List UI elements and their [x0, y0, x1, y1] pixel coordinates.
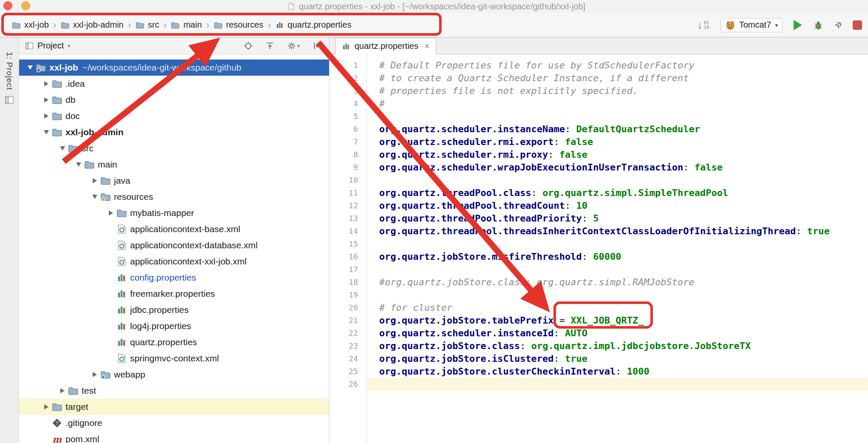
code-segment-val: 10 [576, 200, 588, 211]
tree-expand-toggle[interactable] [41, 404, 52, 409]
breadcrumb-item-xxl-job[interactable]: xxl-job [12, 20, 49, 30]
collapse-all-button[interactable] [265, 41, 275, 51]
tree-row-xxl-job-admin[interactable]: xxl-job-admin [19, 124, 329, 140]
breadcrumb-item-quartz-properties[interactable]: quartz.properties [275, 20, 352, 30]
code-line-12[interactable]: org.quartz.threadPool.threadCount: 10 [367, 199, 868, 212]
tree-row-mybatis-mapper[interactable]: mybatis-mapper [19, 205, 329, 221]
code-line-13[interactable]: org.quartz.threadPool.threadPriority: 5 [367, 212, 868, 225]
run-configuration-selector[interactable]: Tomcat7 ▾ [720, 18, 783, 32]
breadcrumb-item-src[interactable]: src [136, 20, 159, 30]
code-line-10[interactable] [367, 174, 868, 187]
line-number: 9 [329, 161, 366, 174]
breadcrumb-item-main[interactable]: main [171, 20, 201, 30]
breadcrumb-item-resources[interactable]: resources [214, 20, 264, 30]
hide-panel-button[interactable] [312, 41, 321, 51]
folder-icon [61, 21, 69, 29]
tree-row-applicationcontext-base-xml[interactable]: applicationcontext-base.xml [19, 221, 329, 237]
tree-row-quartz-properties[interactable]: quartz.properties [19, 334, 329, 350]
project-panel-header: Project ▾ ▾ [19, 37, 329, 54]
tree-item-label: xxl-job-admin [65, 127, 124, 137]
code-line-8[interactable]: org.quartz.scheduler.rmi.proxy: false [367, 148, 868, 161]
tree-expand-toggle[interactable] [41, 81, 52, 86]
tree-row-test[interactable]: test [19, 383, 329, 399]
close-tab-icon[interactable]: × [424, 42, 430, 51]
code-line-3[interactable]: # properties file is not explicitly spec… [367, 85, 868, 97]
code-line-22[interactable]: org.quartz.scheduler.instanceId: AUTO [367, 327, 868, 340]
folder-icon [171, 21, 179, 29]
folder-icon [68, 386, 78, 396]
debug-button[interactable] [813, 20, 823, 30]
code-line-5[interactable] [367, 110, 868, 123]
tree-expand-toggle[interactable] [89, 194, 100, 199]
tree-expand-toggle[interactable] [41, 97, 52, 102]
editor-tab-quartz-properties[interactable]: quartz.properties × [335, 38, 436, 54]
tree-row-applicationcontext-xxl-job-xml[interactable]: applicationcontext-xxl-job.xml [19, 253, 329, 270]
tree-row-db[interactable]: db [19, 92, 329, 108]
code-line-9[interactable]: org.quartz.scheduler.wrapJobExecutionInU… [367, 161, 868, 174]
tree-expand-toggle[interactable] [73, 162, 84, 167]
minimize-window-button[interactable] [21, 1, 30, 10]
coverage-button[interactable]: » [834, 20, 842, 30]
code-line-7[interactable]: org.quartz.scheduler.rmi.export: false [367, 136, 868, 148]
tree-item-label: main [98, 159, 117, 170]
editor-code[interactable]: # Default Properties file for use by Std… [367, 54, 868, 443]
tree-row-jdbc-properties[interactable]: jdbc.properties [19, 302, 329, 318]
breadcrumb-item-xxl-job-admin[interactable]: xxl-job-admin [61, 20, 124, 30]
tree-expand-toggle[interactable] [57, 146, 68, 151]
tree-row-main[interactable]: main [19, 156, 329, 173]
tree-expand-toggle[interactable] [105, 210, 116, 216]
tree-expand-toggle[interactable] [57, 388, 68, 393]
tree-row-resources[interactable]: resources [19, 189, 329, 205]
collapse-arrow-icon [76, 162, 81, 167]
run-button[interactable] [794, 20, 802, 30]
maven-file-icon: m [52, 434, 62, 443]
code-line-25[interactable]: org.quartz.jobStore.clusterCheckinInterv… [367, 365, 868, 378]
tree-row-gitignore[interactable]: ?.gitignore [19, 415, 329, 431]
tree-row-applicationcontext-database-xml[interactable]: applicationcontext-database.xml [19, 237, 329, 253]
tree-row-java[interactable]: java [19, 173, 329, 189]
collapse-arrow-icon [28, 65, 33, 70]
incoming-changes-indicator[interactable]: ↓ 01 10 [697, 20, 709, 30]
code-line-26[interactable] [367, 378, 868, 391]
tree-row-src[interactable]: src [19, 140, 329, 156]
tree-row-springmvc-context-xml[interactable]: springmvc-context.xml [19, 350, 329, 366]
code-line-20[interactable]: # for cluster [367, 301, 868, 314]
code-line-18[interactable]: #org.quartz.jobStore.class: org.quartz.s… [367, 276, 868, 289]
tree-expand-toggle[interactable] [41, 114, 52, 119]
tree-row-pom-xml[interactable]: mpom.xml [19, 431, 329, 443]
tree-row-xxl-job[interactable]: xxl-job~/workspaces/idea-git-workspace/g… [19, 60, 329, 76]
tree-expand-toggle[interactable] [89, 372, 100, 377]
chevron-down-icon[interactable]: ▾ [68, 43, 70, 49]
code-line-23[interactable]: org.quartz.jobStore.class: org.quartz.im… [367, 340, 868, 352]
code-line-6[interactable]: org.quartz.scheduler.instanceName: Defau… [367, 123, 868, 136]
code-line-19[interactable] [367, 289, 868, 301]
locate-file-button[interactable] [244, 41, 253, 51]
tree-expand-toggle[interactable] [41, 130, 52, 135]
folder-icon [84, 159, 94, 170]
code-line-24[interactable]: org.quartz.jobStore.isClustered: true [367, 352, 868, 365]
tree-row-target[interactable]: target [19, 399, 329, 415]
tree-item-label: test [82, 386, 96, 396]
code-line-2[interactable]: # to create a Quartz Scheduler Instance,… [367, 72, 868, 85]
tree-expand-toggle[interactable] [89, 178, 100, 183]
close-window-button[interactable] [3, 1, 12, 10]
tree-row-idea[interactable]: .idea [19, 76, 329, 92]
code-line-11[interactable]: org.quartz.threadPool.class: org.quartz.… [367, 187, 868, 199]
code-line-14[interactable]: org.quartz.threadPool.threadsInheritCont… [367, 225, 868, 238]
line-number: 26 [329, 378, 366, 391]
tree-expand-toggle[interactable] [25, 65, 36, 70]
code-line-16[interactable]: org.quartz.jobStore.misfireThreshold: 60… [367, 250, 868, 263]
tree-row-log4j-properties[interactable]: log4j.properties [19, 318, 329, 334]
code-line-17[interactable] [367, 263, 868, 276]
tree-row-webapp[interactable]: webapp [19, 366, 329, 383]
settings-gear-button[interactable]: ▾ [287, 41, 300, 51]
code-line-1[interactable]: # Default Properties file for use by Std… [367, 59, 868, 72]
tree-row-config-properties[interactable]: config.properties [19, 270, 329, 286]
code-line-15[interactable] [367, 238, 868, 250]
tree-row-freemarker-properties[interactable]: freemarker.properties [19, 286, 329, 302]
project-tool-window-button[interactable]: 1: Project [5, 52, 14, 105]
tree-row-doc[interactable]: doc [19, 108, 329, 124]
code-line-21[interactable]: org.quartz.jobStore.tablePrefix = XXL_JO… [367, 314, 868, 327]
stop-button[interactable] [853, 20, 862, 30]
code-line-4[interactable]: # [367, 97, 868, 110]
